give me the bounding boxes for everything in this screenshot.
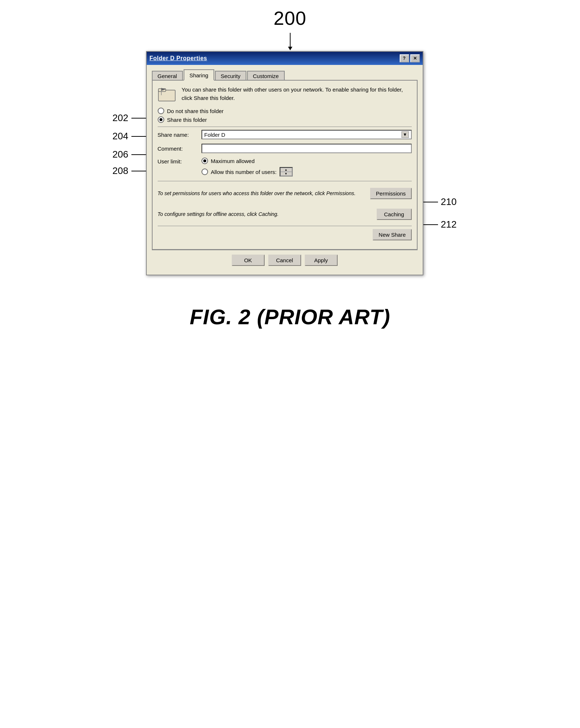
- tab-sharing[interactable]: Sharing: [184, 69, 214, 81]
- help-button[interactable]: ?: [400, 54, 409, 62]
- comment-row: Comment:: [158, 144, 412, 153]
- share-folder-label: Share this folder: [167, 117, 207, 123]
- apply-button[interactable]: Apply: [305, 255, 338, 266]
- radio-share-folder[interactable]: [158, 116, 164, 123]
- title-bar: Folder D Properties ? ✕: [147, 52, 423, 65]
- caching-button[interactable]: Caching: [377, 209, 412, 220]
- option-share-folder[interactable]: Share this folder: [158, 116, 412, 123]
- user-limit-label: User limit:: [158, 158, 198, 164]
- arrow-indicator: [290, 33, 291, 47]
- sharing-options: Do not share this folder Share this fold…: [158, 108, 412, 123]
- share-name-label: Share name:: [158, 132, 198, 138]
- divider-2: [158, 181, 412, 181]
- caching-row: To configure settings for offline access…: [158, 205, 412, 220]
- tab-customize[interactable]: Customize: [247, 71, 285, 81]
- title-bar-buttons: ? ✕: [400, 54, 420, 62]
- dialog-title: Folder D Properties: [150, 55, 207, 62]
- tab-general[interactable]: General: [152, 71, 183, 81]
- permissions-row: To set permissions for users who access …: [158, 184, 412, 199]
- annotation-206: 206: [112, 149, 146, 160]
- figure-number-label: 200: [274, 7, 307, 29]
- permissions-button[interactable]: Permissions: [370, 188, 412, 199]
- radio-do-not-share[interactable]: [158, 108, 164, 114]
- divider-3: [158, 226, 412, 226]
- annotation-210: 210: [423, 196, 457, 208]
- annotation-202: 202: [112, 112, 146, 124]
- tab-security[interactable]: Security: [215, 71, 246, 81]
- annotation-212: 212: [423, 219, 457, 230]
- caching-description: To configure settings for offline access…: [158, 210, 371, 218]
- option-do-not-share[interactable]: Do not share this folder: [158, 108, 412, 114]
- folder-icon: [158, 86, 177, 102]
- comment-label: Comment:: [158, 146, 198, 152]
- max-allowed-label: Maximum allowed: [211, 158, 255, 164]
- user-count-spinner[interactable]: ▲ ▼: [280, 167, 293, 177]
- allow-users-label: Allow this number of users:: [211, 169, 277, 175]
- user-limit-options: Maximum allowed Allow this number of use…: [201, 158, 293, 177]
- share-name-dropdown[interactable]: ▼: [402, 131, 409, 138]
- radio-allow-users[interactable]: [201, 169, 208, 175]
- new-share-row: New Share: [158, 229, 412, 240]
- comment-input[interactable]: [201, 144, 412, 153]
- ok-button[interactable]: OK: [232, 255, 265, 266]
- divider-1: [158, 127, 412, 127]
- tab-content-sharing: You can share this folder with other use…: [152, 80, 418, 250]
- annotation-208: 208: [112, 165, 146, 177]
- dialog-window: Folder D Properties ? ✕ General Sharing …: [146, 51, 423, 275]
- info-row: You can share this folder with other use…: [158, 86, 412, 102]
- figure-caption: FIG. 2 (PRIOR ART): [190, 305, 391, 329]
- max-allowed-row[interactable]: Maximum allowed: [201, 158, 293, 164]
- do-not-share-label: Do not share this folder: [167, 108, 224, 114]
- dialog-footer: OK Cancel Apply: [152, 250, 418, 270]
- user-limit-section: User limit: Maximum allowed Allow this n…: [158, 158, 412, 177]
- share-name-input[interactable]: Folder D ▼: [201, 130, 412, 139]
- dialog-body: General Sharing Security Customize: [147, 65, 423, 275]
- info-description: You can share this folder with other use…: [182, 86, 412, 102]
- annotation-204: 204: [112, 131, 146, 142]
- radio-max-allowed[interactable]: [201, 158, 208, 164]
- share-name-value: Folder D: [204, 132, 226, 138]
- tab-bar: General Sharing Security Customize: [152, 69, 418, 80]
- spinner-down-button[interactable]: ▼: [280, 172, 292, 176]
- permissions-description: To set permissions for users who access …: [158, 190, 364, 197]
- allow-users-row[interactable]: Allow this number of users: ▲ ▼: [201, 167, 293, 177]
- new-share-button[interactable]: New Share: [373, 229, 411, 240]
- close-button[interactable]: ✕: [410, 54, 420, 62]
- share-name-row: Share name: Folder D ▼: [158, 130, 412, 139]
- spinner-up-button[interactable]: ▲: [280, 168, 292, 172]
- cancel-button[interactable]: Cancel: [268, 255, 301, 266]
